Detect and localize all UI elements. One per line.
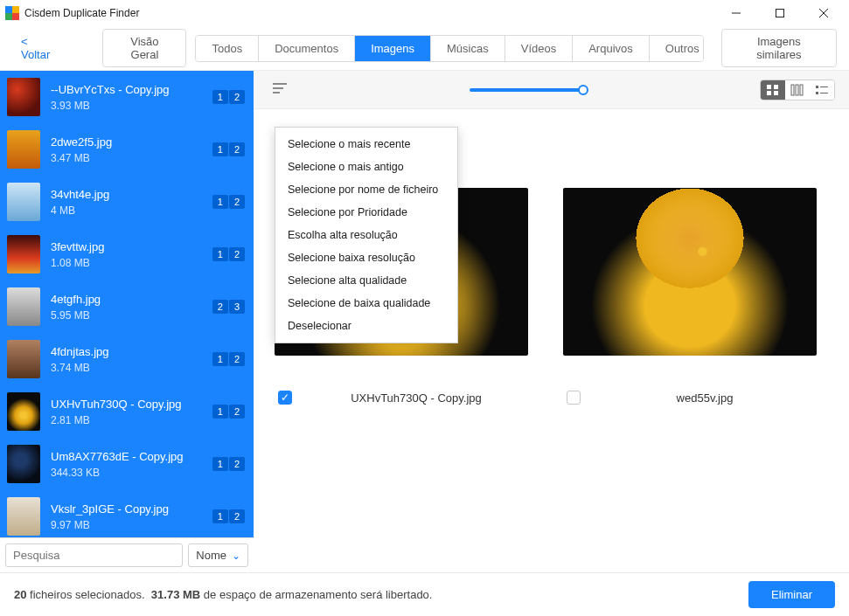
total-badge: 2 [229, 352, 245, 366]
total-badge: 2 [229, 247, 245, 261]
file-name: 4fdnjtas.jpg [51, 345, 212, 358]
menu-item[interactable]: Selecione baixa resolução [275, 246, 457, 269]
file-size: 3.93 MB [51, 100, 212, 112]
select-checkbox[interactable] [278, 391, 292, 405]
selected-badge: 1 [212, 509, 228, 523]
menu-item[interactable]: Selecione por nome de ficheiro [275, 178, 457, 201]
file-size: 3.74 MB [51, 362, 212, 374]
search-input[interactable] [5, 543, 183, 567]
list-item[interactable]: 34vht4e.jpg4 MB12 [0, 176, 254, 228]
total-badge: 2 [229, 90, 245, 104]
freed-size-suffix: de espaço de armazenamento será libertad… [204, 588, 433, 601]
list-item[interactable]: 2dwe2f5.jpg3.47 MB12 [0, 123, 254, 176]
svg-rect-2 [5, 13, 12, 20]
thumbnail-icon [7, 235, 40, 273]
menu-item[interactable]: Deselecionar [275, 315, 457, 337]
selected-badge: 1 [212, 457, 228, 471]
freed-size: 31.73 MB [151, 588, 200, 601]
file-name: Um8AX7763dE - Copy.jpg [51, 450, 212, 463]
tab-music[interactable]: Músicas [431, 36, 505, 61]
sort-dropdown[interactable]: Nome ⌄ [188, 543, 248, 567]
badge-group: 12 [212, 247, 245, 261]
app-title: Cisdem Duplicate Finder [24, 7, 139, 19]
svg-rect-15 [791, 85, 794, 95]
svg-rect-17 [800, 85, 803, 95]
tab-images[interactable]: Imagens [355, 36, 431, 61]
tab-all[interactable]: Todos [196, 36, 259, 61]
file-name: 34vht4e.jpg [51, 188, 212, 201]
preview-area: Selecione o mais recenteSelecione o mais… [254, 109, 849, 572]
content-area: Selecione o mais recenteSelecione o mais… [254, 71, 849, 572]
file-size: 5.95 MB [51, 309, 212, 322]
svg-rect-20 [816, 92, 818, 94]
preview-filename: wed55v.jpg [593, 391, 817, 405]
thumbnail-icon [7, 287, 40, 326]
list-item[interactable]: 4etgfh.jpg5.95 MB23 [0, 280, 254, 333]
duplicate-list[interactable]: --UBvrYcTxs - Copy.jpg3.93 MB122dwe2f5.j… [0, 71, 254, 537]
view-columns-button[interactable] [785, 80, 810, 100]
menu-item[interactable]: Selecione o mais recente [275, 133, 457, 156]
file-name: UXHvTuh730Q - Copy.jpg [51, 398, 212, 411]
toolbar: < Voltar Visão Geral Todos Documentos Im… [0, 26, 849, 70]
total-badge: 2 [229, 142, 245, 156]
back-button[interactable]: < Voltar [21, 35, 59, 61]
file-size: 344.33 KB [51, 467, 212, 479]
selected-badge: 1 [212, 142, 228, 156]
list-item[interactable]: 3fevttw.jpg1.08 MB12 [0, 228, 254, 280]
view-list-button[interactable] [810, 80, 834, 100]
sort-menu-button[interactable] [268, 78, 292, 102]
thumbnail-icon [7, 392, 40, 431]
thumbnail-icon [7, 497, 40, 536]
similar-images-button[interactable]: Imagens similares [721, 29, 837, 67]
svg-rect-11 [767, 85, 771, 89]
window-close-button[interactable] [812, 2, 835, 24]
select-checkbox[interactable] [567, 391, 581, 405]
preview-image[interactable] [563, 188, 817, 356]
svg-rect-0 [5, 6, 12, 13]
file-name: Vkslr_3pIGE - Copy.jpg [51, 502, 212, 516]
selected-count: 20 [14, 588, 26, 601]
selected-badge: 1 [212, 405, 228, 419]
preview-card: wed55v.jpg [563, 188, 817, 405]
thumbnail-icon [7, 445, 40, 483]
overview-button[interactable]: Visão Geral [102, 29, 186, 67]
badge-group: 12 [212, 90, 245, 104]
view-grid-button[interactable] [761, 80, 785, 100]
tab-others[interactable]: Outros [650, 36, 704, 61]
file-name: 3fevttw.jpg [51, 240, 212, 253]
selection-context-menu: Selecione o mais recenteSelecione o mais… [275, 127, 458, 343]
file-name: --UBvrYcTxs - Copy.jpg [51, 83, 212, 96]
window-minimize-button[interactable] [725, 2, 748, 24]
thumbnail-icon [7, 130, 40, 169]
badge-group: 23 [212, 300, 245, 314]
svg-rect-21 [820, 93, 828, 93]
list-item[interactable]: 4fdnjtas.jpg3.74 MB12 [0, 333, 254, 385]
list-item[interactable]: Vkslr_3pIGE - Copy.jpg9.97 MB12 [0, 490, 254, 537]
slider-thumb[interactable] [578, 85, 588, 95]
file-size: 4 MB [51, 204, 212, 217]
tab-archives[interactable]: Arquivos [573, 36, 650, 61]
list-item[interactable]: UXHvTuh730Q - Copy.jpg2.81 MB12 [0, 385, 254, 438]
svg-rect-14 [774, 91, 778, 95]
badge-group: 12 [212, 195, 245, 209]
selected-badge: 1 [212, 247, 228, 261]
menu-item[interactable]: Selecione por Prioridade [275, 201, 457, 224]
delete-button[interactable]: Eliminar [748, 581, 835, 608]
view-mode-toggle [760, 80, 835, 100]
tab-videos[interactable]: Vídeos [505, 36, 573, 61]
selected-badge: 2 [212, 300, 228, 314]
content-toolbar [254, 71, 849, 109]
tab-documents[interactable]: Documentos [259, 36, 355, 61]
window-maximize-button[interactable] [769, 2, 791, 24]
menu-item[interactable]: Selecione alta qualidade [275, 269, 457, 292]
list-item[interactable]: --UBvrYcTxs - Copy.jpg3.93 MB12 [0, 71, 254, 123]
zoom-slider[interactable] [470, 88, 583, 92]
menu-item[interactable]: Selecione de baixa qualidade [275, 292, 457, 315]
svg-rect-19 [820, 87, 828, 87]
file-size: 3.47 MB [51, 152, 212, 164]
menu-item[interactable]: Selecione o mais antigo [275, 156, 457, 178]
menu-item[interactable]: Escolha alta resolução [275, 224, 457, 246]
list-item[interactable]: Um8AX7763dE - Copy.jpg344.33 KB12 [0, 438, 254, 490]
selected-count-suffix: ficheiros selecionados. [30, 588, 145, 601]
badge-group: 12 [212, 457, 245, 471]
